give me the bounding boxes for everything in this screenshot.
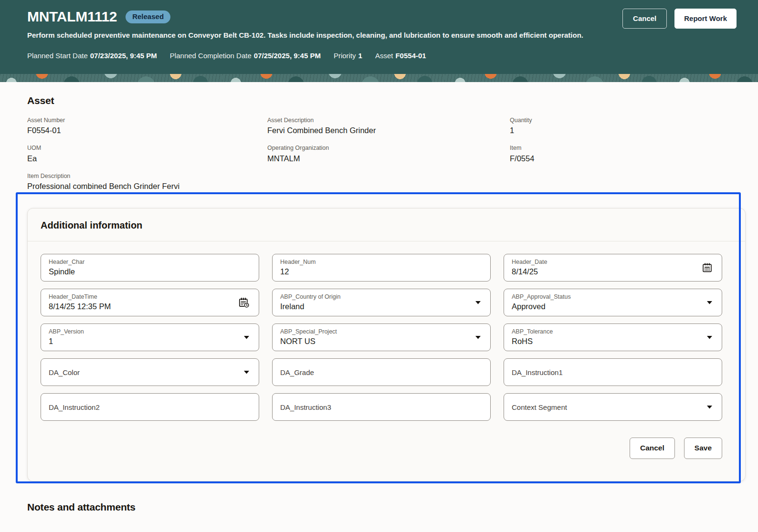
input-field-abp-tolerance[interactable]: ABP_ToleranceRoHS — [504, 323, 722, 351]
asset-field: Asset DescriptionFervi Combined Bench Gr… — [267, 116, 510, 136]
page-title: MNTALM1112 — [27, 9, 117, 25]
asset-field: ItemF/0554 — [510, 144, 737, 163]
additional-information-header: Additional information — [28, 209, 745, 241]
meta-item-value: 07/23/2025, 9:45 PM — [90, 52, 157, 60]
field-placeholder-label: DA_Color — [49, 368, 80, 376]
field-placeholder-label: DA_Instruction1 — [512, 368, 563, 376]
field-floating-label: ABP_Approval_Status — [512, 293, 701, 301]
meta-item: Planned Completion Date07/25/2025, 9:45 … — [170, 52, 321, 60]
header-actions: Cancel Report Work — [622, 9, 737, 29]
work-order-page: MNTALM1112 Released Cancel Report Work P… — [0, 0, 758, 532]
additional-information-card: Additional information Header_CharSpindl… — [27, 208, 746, 481]
field-floating-label: Header_Char — [49, 258, 238, 266]
report-work-button[interactable]: Report Work — [674, 9, 737, 29]
caret-down-icon[interactable] — [475, 301, 481, 305]
field-value: Ireland — [280, 302, 469, 312]
calendar-icon[interactable] — [702, 262, 713, 273]
asset-field-value: Professional combined Bench Grinder Ferv… — [27, 181, 267, 191]
field-value: NORT US — [280, 336, 469, 346]
asset-field-label: Item Description — [27, 172, 267, 180]
field-placeholder-label: DA_Instruction2 — [49, 403, 100, 411]
asset-field-label: Operating Organization — [267, 144, 510, 152]
input-field-da-grade[interactable]: DA_Grade — [272, 358, 491, 386]
field-floating-label: ABP_Country of Origin — [280, 293, 469, 301]
meta-item-label: Priority — [334, 52, 356, 60]
input-field-header-date[interactable]: Header_Date8/14/25 — [504, 254, 722, 282]
asset-field: UOMEa — [27, 144, 267, 163]
decorative-banner — [0, 74, 758, 82]
input-field-da-instruction3[interactable]: DA_Instruction3 — [272, 393, 491, 421]
field-floating-label: ABP_Special_Project — [280, 328, 469, 335]
asset-field-label: Asset Number — [27, 116, 267, 125]
asset-field-label: Asset Description — [267, 116, 510, 125]
field-floating-label: Header_DateTime — [49, 293, 238, 301]
status-badge: Released — [126, 10, 170, 23]
caret-down-icon[interactable] — [706, 335, 713, 340]
meta-item-value: 07/25/2025, 9:45 PM — [254, 52, 321, 60]
asset-fields-grid: Asset NumberF0554-01Asset DescriptionFer… — [27, 116, 737, 191]
additional-information-actions: Cancel Save — [28, 421, 745, 481]
input-field-header-datetime[interactable]: Header_DateTime8/14/25 12:35 PM — [41, 289, 259, 316]
asset-section-title: Asset — [27, 95, 737, 106]
field-value: 8/14/25 12:35 PM — [49, 302, 238, 312]
additional-information-fields: Header_CharSpindleHeader_Num12Header_Dat… — [28, 241, 745, 421]
input-field-abp-special-project[interactable]: ABP_Special_ProjectNORT US — [272, 323, 491, 351]
field-value: RoHS — [512, 336, 701, 346]
cancel-button[interactable]: Cancel — [622, 9, 667, 29]
caret-down-icon[interactable] — [243, 370, 250, 375]
meta-item-value: 1 — [358, 52, 362, 60]
asset-field: Asset NumberF0554-01 — [27, 116, 267, 136]
field-value: 1 — [49, 336, 238, 346]
input-field-header-char[interactable]: Header_CharSpindle — [41, 254, 259, 282]
meta-item: AssetF0554-01 — [375, 52, 426, 60]
caret-down-icon[interactable] — [243, 335, 250, 340]
asset-field-label: UOM — [27, 144, 267, 152]
work-order-header: MNTALM1112 Released Cancel Report Work P… — [0, 0, 758, 74]
field-value: 8/14/25 — [512, 267, 701, 277]
input-field-da-instruction1[interactable]: DA_Instruction1 — [504, 358, 722, 386]
asset-field: Quantity1 — [510, 116, 737, 136]
field-value: 12 — [280, 267, 469, 277]
asset-field-value: Ea — [27, 153, 267, 164]
asset-section: Asset Asset NumberF0554-01Asset Descript… — [0, 82, 758, 191]
asset-field-value: F/0554 — [510, 153, 737, 164]
work-order-description: Perform scheduled preventive maintenance… — [27, 31, 624, 39]
field-floating-label: ABP_Tolerance — [512, 328, 701, 335]
input-field-abp-version[interactable]: ABP_Version1 — [41, 323, 259, 351]
input-field-context-segment[interactable]: Context Segment — [504, 393, 722, 421]
meta-item-label: Planned Start Date — [27, 52, 88, 60]
asset-field: Item DescriptionProfessional combined Be… — [27, 172, 267, 191]
meta-item-value: F0554-01 — [395, 52, 426, 60]
field-placeholder-label: DA_Instruction3 — [280, 403, 331, 411]
input-field-header-num[interactable]: Header_Num12 — [272, 254, 491, 282]
caret-down-icon[interactable] — [706, 301, 713, 305]
notes-section-title: Notes and attachments — [27, 501, 737, 513]
input-field-da-color[interactable]: DA_Color — [41, 358, 259, 386]
notes-section: Notes and attachments — [0, 481, 758, 513]
calendar-clock-icon[interactable] — [238, 297, 250, 308]
caret-down-icon[interactable] — [475, 335, 481, 340]
asset-field-value: Fervi Combined Bench Grinder — [267, 125, 510, 136]
asset-field-label: Quantity — [510, 116, 737, 125]
asset-field-value: F0554-01 — [27, 125, 267, 136]
caret-down-icon[interactable] — [706, 405, 713, 409]
meta-item: Planned Start Date07/23/2025, 9:45 PM — [27, 52, 157, 60]
asset-field-label: Item — [510, 144, 737, 152]
asset-field-value: 1 — [510, 125, 737, 136]
field-floating-label: ABP_Version — [49, 328, 238, 335]
asset-field: Operating OrganizationMNTALM — [267, 144, 510, 163]
meta-item: Priority1 — [334, 52, 362, 60]
meta-item-label: Planned Completion Date — [170, 52, 252, 60]
header-meta-row: Planned Start Date07/23/2025, 9:45 PMPla… — [27, 52, 737, 60]
additional-information-title: Additional information — [41, 220, 732, 231]
additional-info-save-button[interactable]: Save — [684, 438, 722, 459]
field-placeholder-label: Context Segment — [512, 403, 567, 411]
additional-info-cancel-button[interactable]: Cancel — [630, 438, 675, 459]
asset-field-value: MNTALM — [267, 153, 510, 164]
meta-item-label: Asset — [375, 52, 393, 60]
field-floating-label: Header_Num — [280, 258, 469, 266]
input-field-da-instruction2[interactable]: DA_Instruction2 — [41, 393, 259, 421]
input-field-abp-approval-status[interactable]: ABP_Approval_StatusApproved — [504, 289, 722, 316]
field-floating-label: Header_Date — [512, 258, 701, 266]
input-field-abp-country-of-origin[interactable]: ABP_Country of OriginIreland — [272, 289, 491, 316]
